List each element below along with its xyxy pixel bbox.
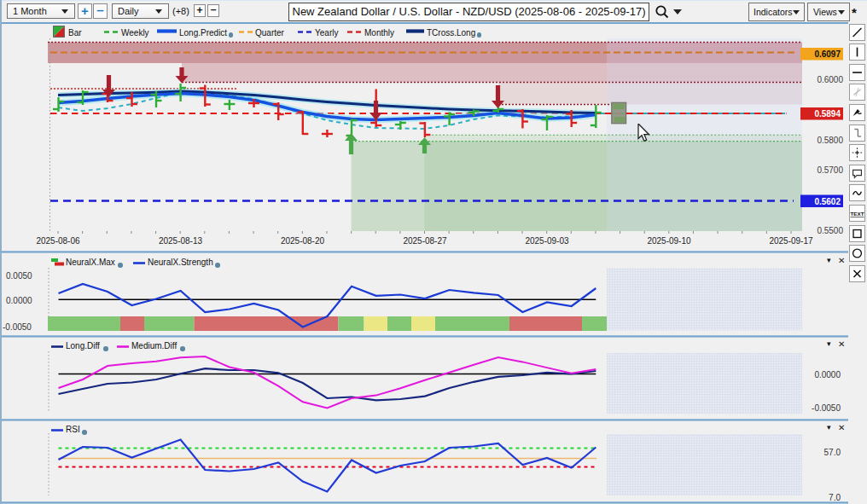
svg-text:57.0: 57.0 [824, 448, 841, 457]
svg-text:2025-09-17: 2025-09-17 [769, 236, 813, 246]
svg-text:0.5894: 0.5894 [814, 109, 841, 119]
svg-text:2025-08-06: 2025-08-06 [36, 236, 80, 246]
svg-text:TEXT: TEXT [851, 211, 864, 217]
svg-text:-0.0050: -0.0050 [3, 322, 32, 332]
svg-text:2025-09-03: 2025-09-03 [525, 236, 569, 246]
svg-text:7.0: 7.0 [829, 493, 841, 502]
svg-text:0.0050: 0.0050 [6, 271, 32, 281]
svg-text:0.5800: 0.5800 [817, 136, 843, 145]
svg-text:2025-08-20: 2025-08-20 [281, 236, 325, 246]
svg-text:0.6000: 0.6000 [817, 75, 843, 84]
svg-text:0.5500: 0.5500 [817, 226, 843, 235]
svg-text:2025-08-13: 2025-08-13 [159, 236, 203, 246]
svg-text:0.6097: 0.6097 [814, 49, 841, 59]
svg-text:2025-08-27: 2025-08-27 [403, 236, 447, 246]
svg-text:0.0000: 0.0000 [814, 370, 841, 379]
svg-text:0.5700: 0.5700 [817, 165, 843, 175]
svg-text:2025-09-10: 2025-09-10 [647, 236, 691, 246]
svg-text:-0.0050: -0.0050 [812, 403, 841, 413]
svg-text:0.5602: 0.5602 [814, 197, 841, 206]
svg-text:0.0000: 0.0000 [6, 296, 32, 305]
